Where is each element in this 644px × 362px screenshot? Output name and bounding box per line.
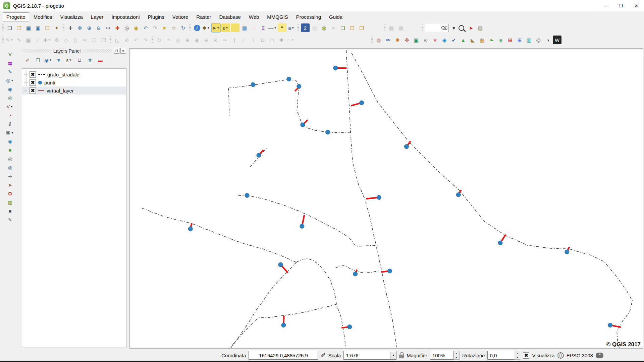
plugin-search-binoculars-icon[interactable]: ∞ <box>421 36 430 44</box>
menu-progetto[interactable]: Progetto <box>3 12 29 21</box>
reshape-features-icon[interactable]: ✑ <box>221 36 229 44</box>
composer-manager-icon[interactable]: ✦ <box>52 23 61 32</box>
add-oracle-layer-dropdown-icon[interactable]: ▼ <box>10 105 13 108</box>
digitize-segment-icon[interactable]: ∕ <box>34 36 42 44</box>
add-virtual-layer-icon[interactable]: ∂ <box>6 120 14 128</box>
status-crs[interactable]: EPSG:3003 <box>567 353 593 358</box>
add-postgis-layer-icon[interactable]: ◎▼ <box>6 76 14 84</box>
layer-visibility-checkbox[interactable]: ✖ <box>30 79 36 86</box>
measure-line-icon[interactable]: ―▼ <box>268 23 277 32</box>
fill-ring-icon[interactable]: ◉ <box>193 36 201 44</box>
layer-label[interactable]: punti <box>44 80 55 85</box>
save-project-icon[interactable]: ▣ <box>24 23 33 32</box>
plugin-web-globe-icon[interactable]: ◉ <box>440 36 449 44</box>
add-feature-icon[interactable]: ✚▼ <box>43 36 52 44</box>
current-edits-icon[interactable]: ✎▼ <box>5 36 14 44</box>
apply-style-icon[interactable]: ❐ <box>357 23 366 32</box>
manage-visibility-dropdown-icon[interactable]: ▼ <box>49 59 52 62</box>
collapse-all-icon[interactable]: ⇈ <box>86 56 94 64</box>
split-parts-icon[interactable]: ∖ <box>249 36 258 44</box>
menu-vettore[interactable]: Vettore <box>169 12 192 21</box>
undo-icon[interactable]: ↶ <box>132 36 141 44</box>
plugin-person-icon[interactable]: ✭ <box>431 36 439 44</box>
select-by-expression-dropdown-icon[interactable]: ▼ <box>225 26 228 29</box>
render-checkbox[interactable]: ✖ <box>523 352 529 359</box>
add-mssql-layer-icon[interactable]: ◎ <box>6 94 14 102</box>
menu-raster[interactable]: Raster <box>193 12 215 21</box>
help-contents-icon[interactable]: 2 <box>301 23 310 32</box>
circular-arc-dropdown-icon[interactable]: ▼ <box>291 39 294 42</box>
toggle-editing-icon[interactable]: ✎ <box>15 36 23 44</box>
layer-label[interactable]: virtual_layer <box>47 88 74 94</box>
quick-finder-dropdown-icon[interactable]: ▾ <box>449 23 458 32</box>
toolbar-grip[interactable] <box>110 37 111 43</box>
open-layer-styling-icon[interactable]: ✐ <box>23 56 32 64</box>
field-calculator-icon[interactable]: ∷ <box>250 23 258 32</box>
plugin-grid-blue-icon[interactable]: ⊞ <box>515 36 524 44</box>
move-feature-icon[interactable]: ✜ <box>52 36 61 44</box>
cut-features-icon[interactable]: ✂ <box>80 36 89 44</box>
messages-icon[interactable]: ❝ <box>596 353 603 358</box>
zoom-last-icon[interactable]: ↶ <box>141 23 150 32</box>
new-shapefile-layer-icon[interactable]: ◎ <box>6 155 14 163</box>
zoom-native-icon[interactable]: 1:1 <box>104 23 112 32</box>
menu-layer[interactable]: Layer <box>87 12 107 21</box>
layer-item-virtual_layer[interactable]: ✖virtual_layer <box>22 86 126 95</box>
expand-all-icon[interactable]: ⇊ <box>75 56 84 64</box>
current-edits-dropdown-icon[interactable]: ▼ <box>10 39 13 42</box>
cad-tools-icon[interactable]: ◺ <box>113 36 122 44</box>
delete-part-icon[interactable]: ⊗ <box>211 36 220 44</box>
layer-visibility-checkbox[interactable]: ✖ <box>30 87 36 94</box>
add-wfs-layer-icon[interactable]: ■ <box>6 146 14 154</box>
toolbar-grip[interactable] <box>384 24 385 31</box>
deselect-all-icon[interactable] <box>231 23 239 32</box>
toolbar-grip[interactable] <box>189 24 191 31</box>
add-db2-layer-icon[interactable]: ◔ <box>6 111 14 119</box>
raster-tool-1-icon[interactable]: ▩ <box>387 23 396 32</box>
map-canvas[interactable]: © QGIS 2017 <box>129 48 643 349</box>
add-wcs-layer-icon[interactable]: ◉ <box>6 137 14 145</box>
run-feature-action-dropdown-icon[interactable]: ▼ <box>207 26 210 29</box>
delete-selected-icon[interactable]: ▯ <box>71 36 80 44</box>
circular-arc-icon[interactable]: ∩▼ <box>286 36 295 44</box>
menu-processing[interactable]: Processing <box>292 12 325 21</box>
zoom-to-layer-icon[interactable]: ◎ <box>122 23 131 32</box>
layer-item-punti[interactable]: ✖punti <box>22 78 126 86</box>
panel-close-button[interactable]: ✕ <box>120 48 126 54</box>
rotate-feature-icon[interactable]: ↻ <box>155 36 164 44</box>
restore-button[interactable]: ❐ <box>613 0 629 11</box>
show-statistical-summary-icon[interactable]: Σ <box>259 23 268 32</box>
coordinate-input[interactable] <box>249 352 318 359</box>
close-button[interactable]: ✕ <box>629 0 644 11</box>
plugin-grass-icon[interactable]: ◍ <box>320 23 328 32</box>
new-project-icon[interactable]: ❏ <box>5 23 14 32</box>
clear-icon[interactable]: ⌫ <box>441 25 447 31</box>
menu-plugins[interactable]: Plugins <box>144 12 168 21</box>
redo-icon[interactable]: ↷ <box>141 36 150 44</box>
filter-legend-icon[interactable]: ▼ <box>54 56 63 64</box>
plugin-screen-capture-icon[interactable]: ▣ <box>412 36 421 44</box>
rotation-spinbox[interactable]: 0,0 ▲▼ <box>487 351 520 360</box>
rotation-spin-arrows[interactable]: ▲▼ <box>514 351 520 360</box>
plugin-chart-search-icon[interactable]: ◑ <box>543 36 552 44</box>
toolbar-grip[interactable] <box>2 37 4 43</box>
scale-lock-icon[interactable] <box>399 355 404 358</box>
toolbar-grip[interactable] <box>371 37 373 43</box>
manage-visibility-icon[interactable]: ◉▼ <box>44 56 53 64</box>
plugin-faded-map-icon[interactable]: ▩ <box>310 23 319 32</box>
identify-features-icon[interactable]: i <box>193 23 201 32</box>
plugin-spray-icon[interactable]: ✺ <box>393 36 402 44</box>
minimize-button[interactable]: ─ <box>598 0 613 11</box>
zoom-search-icon[interactable] <box>459 25 464 31</box>
select-features-icon[interactable]: ➤▼ <box>211 23 221 33</box>
plugin-qfield-leaf-icon[interactable]: ❧ <box>487 36 496 44</box>
measure-line-dropdown-icon[interactable]: ▼ <box>274 26 277 29</box>
plugin-chart-teal-icon[interactable]: ▥ <box>525 36 533 44</box>
statist-chart-icon[interactable]: ▥ <box>6 198 14 206</box>
touch-tool-icon[interactable]: ➤ <box>467 23 475 32</box>
plugin-compass-icon[interactable]: ✜ <box>402 36 411 44</box>
new-bookmark-icon[interactable]: ★ <box>160 23 169 32</box>
pan-to-selection-icon[interactable]: ✜ <box>75 23 84 32</box>
layer-item-grafo_stradale[interactable]: ✖grafo_stradale <box>22 70 126 78</box>
menu-web[interactable]: Web <box>245 12 263 21</box>
